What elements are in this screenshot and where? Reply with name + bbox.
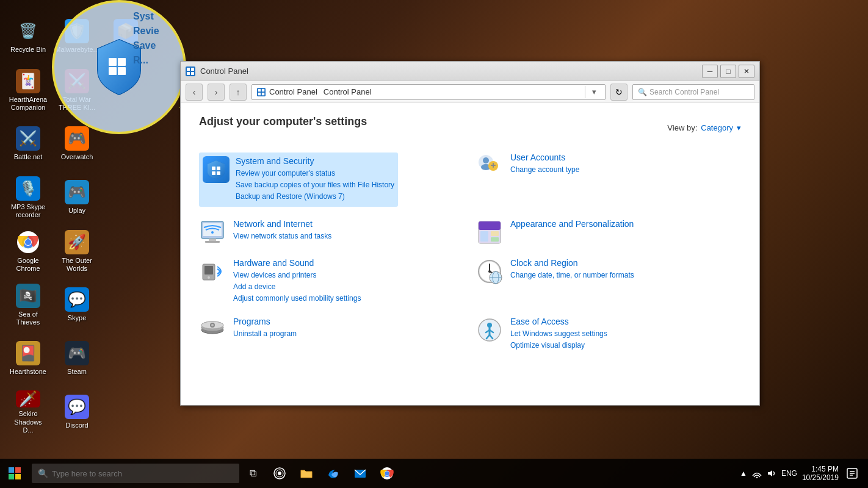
desktop-icon-chrome[interactable]: Google Chrome (6, 227, 50, 276)
desktop-icon-sea-of-thieves[interactable]: 🏴‍☠️ Sea of Thieves (6, 281, 50, 329)
appearance-title[interactable]: Appearance and Personalization (510, 219, 634, 229)
view-by-chevron: ▾ (737, 123, 741, 132)
ease-title[interactable]: Ease of Access (510, 317, 607, 326)
hearthstone-arena-icon: 🃏 (16, 69, 40, 93)
show-hidden-icons[interactable]: ▲ (740, 469, 747, 478)
clock-svg (476, 258, 503, 285)
discord-label: Discord (65, 422, 88, 429)
user-accounts-title[interactable]: User Accounts (510, 152, 579, 162)
forward-button[interactable]: › (208, 84, 225, 101)
address-bar-icon (257, 88, 266, 96)
cortana-button[interactable] (266, 459, 293, 488)
search-input[interactable] (52, 469, 233, 478)
desktop-icon-battlenet[interactable]: ⚔️ Battle.net (6, 120, 50, 168)
svg-rect-11 (187, 68, 190, 71)
battlenet-label: Battle.net (14, 153, 42, 161)
ea-link-1[interactable]: Let Windows suggest settings (510, 328, 607, 340)
edge-button[interactable] (320, 459, 347, 488)
view-by-control[interactable]: View by: Category ▾ (667, 123, 741, 132)
mail-button[interactable] (347, 459, 374, 488)
category-user-accounts: User Accounts Change account type (476, 152, 741, 207)
cr-link-1[interactable]: Change date, time, or number formats (510, 270, 634, 281)
volume-icon (767, 468, 776, 478)
ni-link-1[interactable]: View network status and tasks (233, 231, 331, 242)
svg-rect-6 (109, 67, 117, 75)
network-info: Network and Internet View network status… (233, 219, 331, 242)
category-network-internet: Network and Internet View network status… (199, 219, 464, 246)
control-panel-window: Control Panel ─ □ ✕ ‹ › ↑ (180, 61, 760, 406)
ea-link-2[interactable]: Optimize visual display (510, 340, 607, 351)
desktop-icon-mp3skype[interactable]: 🎙️ MP3 Skype recorder (6, 173, 50, 222)
taskbar-search[interactable]: 🔍 (32, 464, 239, 483)
svg-rect-7 (118, 67, 126, 75)
svg-rect-20 (212, 167, 215, 170)
appearance-icon (476, 219, 503, 246)
search-placeholder: Search Control Panel (649, 88, 719, 96)
category-system-security: System and Security Review your computer… (199, 152, 464, 207)
chrome-taskbar-button[interactable] (374, 459, 400, 488)
system-security-title[interactable]: System and Security (236, 156, 394, 166)
notification-center[interactable] (844, 465, 861, 482)
refresh-button[interactable]: ↻ (610, 84, 627, 101)
svg-rect-12 (191, 68, 194, 71)
desktop-icon-skype[interactable]: 💬 Skype (55, 281, 99, 329)
clock[interactable]: 1:45 PM 10/25/2019 (802, 465, 839, 482)
desktop-icon-hearthstone-arena[interactable]: 🃏 HearthArena Companion (6, 66, 50, 115)
hs-link-2[interactable]: Add a device (233, 281, 361, 293)
category-appearance: Appearance and Personalization (476, 219, 741, 246)
desktop-icon-hearthstone[interactable]: 🎴 Hearthstone (6, 334, 50, 383)
programs-title[interactable]: Programs (233, 317, 297, 326)
desktop-icon-steam[interactable]: 🎮 Steam (55, 334, 99, 383)
hs-link-1[interactable]: View devices and printers (233, 270, 361, 281)
hardware-icon (199, 258, 226, 285)
category-clock-region: Clock and Region Change date, time, or n… (476, 258, 741, 305)
hs-link-3[interactable]: Adjust commonly used mobility settings (233, 293, 361, 304)
back-button[interactable]: ‹ (186, 84, 203, 101)
up-button[interactable]: ↑ (230, 84, 247, 101)
task-view-button[interactable]: ⧉ (239, 459, 266, 488)
hardware-title[interactable]: Hardware and Sound (233, 258, 361, 268)
ss-link-3[interactable]: Backup and Restore (Windows 7) (236, 191, 394, 203)
edge-icon (327, 467, 340, 480)
sekiro-icon: 🗡️ (16, 390, 40, 407)
language-indicator[interactable]: ENG (781, 469, 797, 478)
category-ease-of-access: Ease of Access Let Windows suggest setti… (476, 317, 741, 351)
clock-title[interactable]: Clock and Region (510, 258, 634, 268)
file-explorer-button[interactable] (293, 459, 320, 488)
start-button[interactable] (0, 459, 29, 488)
ua-link-1[interactable]: Change account type (510, 164, 579, 176)
svg-rect-36 (479, 221, 501, 230)
address-dropdown[interactable]: ▾ (588, 86, 600, 98)
chrome-icon (16, 230, 40, 254)
search-field[interactable]: 🔍 Search Control Panel (632, 84, 754, 100)
close-button[interactable]: ✕ (739, 65, 754, 78)
category-programs: Programs Uninstall a program (199, 317, 464, 351)
desktop-icon-outer-worlds[interactable]: 🚀 The Outer Worlds (55, 227, 99, 276)
maximize-button[interactable]: □ (720, 65, 736, 78)
svg-point-71 (385, 472, 389, 476)
svg-rect-39 (491, 237, 499, 242)
ss-link-2[interactable]: Save backup copies of your files with Fi… (236, 179, 394, 191)
magnify-text-overlay: Syst Revie Save R... (133, 9, 159, 68)
ss-link-1[interactable]: Review your computer's status (236, 168, 394, 179)
svg-point-47 (488, 270, 491, 273)
page-heading: Adjust your computer's settings (199, 115, 367, 128)
user-accounts-icon (476, 152, 503, 179)
minimize-button[interactable]: ─ (702, 65, 718, 78)
steam-label: Steam (67, 368, 87, 376)
view-by-value[interactable]: Category (701, 123, 733, 132)
user-accounts-svg (476, 152, 503, 179)
desktop-icon-sekiro[interactable]: 🗡️ Sekiro Shadows D... (6, 388, 50, 437)
prog-link-1[interactable]: Uninstall a program (233, 328, 297, 340)
clock-date: 10/25/2019 (802, 473, 839, 482)
desktop-icon-recycle-bin[interactable]: 🗑️ Recycle Bin (6, 12, 50, 61)
mail-icon (353, 467, 367, 480)
desktop-icon-discord[interactable]: 💬 Discord (55, 388, 99, 437)
svg-rect-37 (480, 231, 488, 242)
network-title[interactable]: Network and Internet (233, 219, 331, 229)
chrome-taskbar-icon (380, 467, 394, 480)
file-explorer-icon (300, 467, 313, 480)
address-bar[interactable]: Control Panel Control Panel ▾ (251, 84, 606, 100)
categories-grid: System and Security Review your computer… (199, 152, 741, 352)
desktop-icon-uplay[interactable]: 🎮 Uplay (55, 173, 99, 222)
